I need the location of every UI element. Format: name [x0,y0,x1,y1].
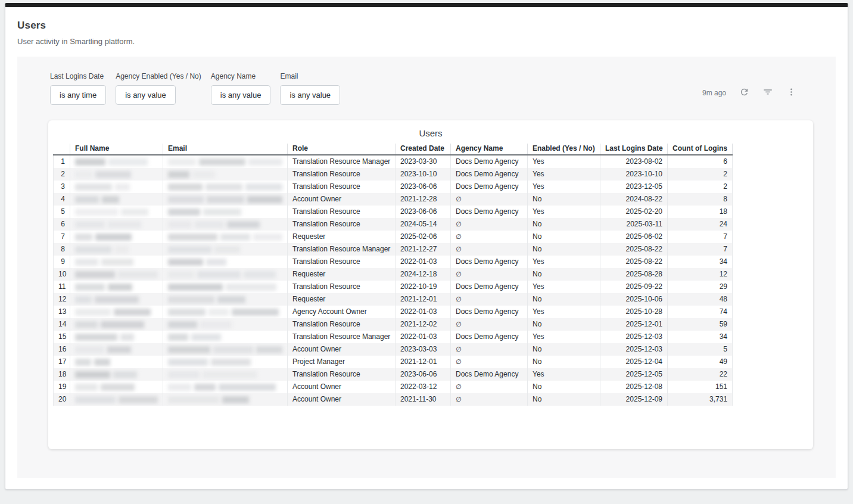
column-header-email[interactable]: Email [163,144,288,155]
cell-role: Account Owner [288,381,396,393]
cell-last-logins-date: 2025-09-22 [600,281,668,293]
redacted-email [168,158,282,166]
table-row: 9Translation Resource2022-01-03Docs Demo… [54,256,733,268]
cell-count-of-logins: 34 [668,331,733,343]
kebab-menu-icon [786,87,796,99]
cell-count-of-logins: 12 [668,268,733,281]
redacted-email [168,208,282,216]
filter-email: Emailis any value [280,72,340,105]
cell-email [163,381,288,393]
cell-role: Translation Resource [288,206,396,218]
filter-value-button-email[interactable]: is any value [280,85,340,105]
column-header-full-name[interactable]: Full Name [70,144,163,155]
column-header-last-logins-date[interactable]: Last Logins Date [600,144,668,155]
filter-label: Last Logins Date [50,72,106,80]
cell-email [163,193,288,206]
cell-enabled: Yes [528,368,600,381]
row-number: 8 [54,243,70,256]
redacted-name [75,258,158,266]
cell-last-logins-date: 2025-12-04 [600,356,668,368]
more-menu-button[interactable] [785,86,798,100]
redacted-name [75,396,158,403]
cell-count-of-logins: 18 [668,206,733,218]
redacted-email [168,333,282,341]
cell-count-of-logins: 7 [668,243,733,256]
users-table: Full NameEmailRoleCreated DateAgency Nam… [53,144,733,406]
redacted-email [168,195,282,203]
cell-agency-name: Docs Demo Agency [451,155,528,168]
filter-value-button-last-logins-date[interactable]: is any time [50,85,106,105]
cell-count-of-logins: 2 [668,181,733,193]
cell-full-name [70,168,163,181]
cell-last-logins-date: 2025-06-02 [600,231,668,243]
row-number: 17 [54,356,70,368]
refresh-button[interactable] [738,86,751,100]
cell-agency-name: ∅ [451,231,528,243]
cell-created-date: 2023-03-30 [396,155,451,168]
cell-created-date: 2021-12-27 [396,243,451,256]
table-row: 13Agency Account Owner2022-01-03Docs Dem… [54,306,733,318]
cell-enabled: No [528,318,600,331]
table-row: 20Account Owner2021-11-30∅No2025-12-093,… [54,393,733,406]
cell-created-date: 2021-12-01 [396,293,451,306]
row-number: 9 [54,256,70,268]
row-number: 20 [54,393,70,406]
cell-enabled: No [528,193,600,206]
cell-email [163,318,288,331]
cell-email [163,393,288,406]
redacted-name [75,170,158,178]
cell-agency-name: ∅ [451,356,528,368]
table-row: 10Requester2024-12-18∅No2025-08-2812 [54,268,733,281]
cell-last-logins-date: 2023-10-10 [600,168,668,181]
redacted-name [75,208,158,216]
cell-full-name [70,181,163,193]
column-header-agency-name[interactable]: Agency Name [451,144,528,155]
table-row: 11Translation Resource2022-10-19Docs Dem… [54,281,733,293]
cell-role: Account Owner [288,343,396,356]
cell-email [163,293,288,306]
dashboard-page: Users User activity in Smartling platfor… [5,3,848,490]
cell-full-name [70,356,163,368]
redacted-email [168,396,282,403]
cell-created-date: 2024-12-18 [396,268,451,281]
row-number: 16 [54,343,70,356]
cell-role: Translation Resource [288,368,396,381]
cell-created-date: 2021-11-30 [396,393,451,406]
redacted-email [168,308,282,316]
cell-full-name [70,218,163,231]
filter-value-button-agency-name[interactable]: is any value [211,85,271,105]
cell-role: Requester [288,293,396,306]
column-header-count-of-logins[interactable]: Count of Logins [668,144,733,155]
cell-full-name [70,256,163,268]
table-row: 18Translation Resource2023-06-06Docs Dem… [54,368,733,381]
cell-full-name [70,368,163,381]
cell-email [163,168,288,181]
last-refresh-time: 9m ago [702,89,726,97]
cell-agency-name: Docs Demo Agency [451,256,528,268]
dashboard-panel: Last Logins Dateis any timeAgency Enable… [17,57,836,478]
column-header-role[interactable]: Role [288,144,396,155]
cell-count-of-logins: 29 [668,281,733,293]
cell-role: Requester [288,231,396,243]
cell-agency-name: ∅ [451,381,528,393]
filter-value-button-agency-enabled-yes-no[interactable]: is any value [116,85,176,105]
cell-created-date: 2023-03-03 [396,343,451,356]
cell-agency-name: ∅ [451,243,528,256]
cell-count-of-logins: 6 [668,155,733,168]
cell-enabled: Yes [528,155,600,168]
redacted-name [75,158,158,166]
cell-email [163,155,288,168]
redacted-name [75,233,158,241]
column-header-created-date[interactable]: Created Date [396,144,451,155]
cell-email [163,331,288,343]
dashboard-filters-button[interactable] [761,85,774,100]
cell-count-of-logins: 8 [668,193,733,206]
column-header-enabled-yes-no[interactable]: Enabled (Yes / No) [528,144,600,155]
redacted-name [75,220,158,228]
redacted-name [75,321,158,328]
cell-enabled: No [528,218,600,231]
tile-title: Users [48,120,813,138]
cell-created-date: 2023-06-06 [396,206,451,218]
cell-full-name [70,231,163,243]
cell-last-logins-date: 2025-10-28 [600,306,668,318]
